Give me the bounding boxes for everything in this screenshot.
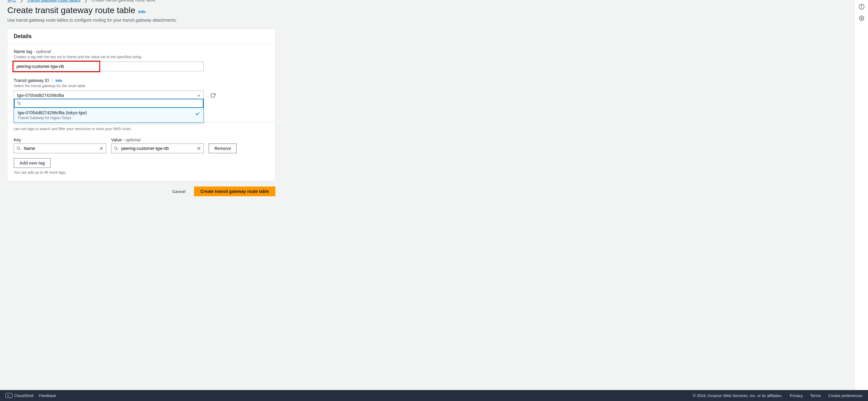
tag-key-input-wrap[interactable] xyxy=(14,144,106,153)
svg-line-1 xyxy=(20,104,21,105)
page-subtitle: Use transit gateway route tables to conf… xyxy=(7,18,456,23)
refresh-icon xyxy=(210,93,216,98)
tgw-id-selected-value: tgw-07054d8274298cf8a xyxy=(17,93,64,98)
info-link-tgw[interactable]: Info xyxy=(56,79,62,83)
svg-marker-13 xyxy=(860,16,863,21)
tag-value-header: Value xyxy=(111,137,122,142)
svg-point-2 xyxy=(17,147,20,149)
tags-limit-text: You can add up to 49 more tags. xyxy=(14,170,269,175)
tgw-id-label: Transit gateway ID xyxy=(14,78,49,83)
svg-line-7 xyxy=(117,149,118,150)
page-title: Create transit gateway route table xyxy=(7,5,135,15)
tag-key-header: Key xyxy=(14,137,106,142)
svg-point-0 xyxy=(18,102,20,104)
refresh-button[interactable] xyxy=(209,92,217,99)
add-new-tag-button[interactable]: Add new tag xyxy=(14,158,51,168)
dropdown-option-description: Transit Gateway for region Tokyo xyxy=(18,116,87,120)
side-icon-rail xyxy=(855,0,868,208)
breadcrumb-current: Create transit gateway route table xyxy=(91,0,155,2)
dropdown-search[interactable] xyxy=(14,99,204,108)
tag-value-input[interactable] xyxy=(121,146,195,151)
tags-help-text: can use tags to search and filter your r… xyxy=(14,127,131,131)
svg-line-3 xyxy=(19,149,20,150)
search-icon xyxy=(114,146,118,150)
search-icon xyxy=(17,101,21,106)
name-tag-label: Name tag xyxy=(14,49,32,54)
tag-value-input-wrap[interactable] xyxy=(111,144,204,153)
info-link-header[interactable]: Info xyxy=(138,9,146,14)
svg-point-14 xyxy=(861,18,862,19)
settings-gear-icon[interactable] xyxy=(859,15,865,21)
remove-tag-button[interactable]: Remove xyxy=(209,144,237,153)
search-icon xyxy=(17,146,21,150)
tags-panel: can use tags to search and filter your r… xyxy=(7,122,275,181)
clear-icon[interactable] xyxy=(197,146,201,150)
svg-point-12 xyxy=(861,5,862,6)
name-tag-optional: - optional xyxy=(32,49,51,54)
check-icon xyxy=(195,112,200,116)
details-panel-title: Details xyxy=(14,33,32,39)
tag-value-optional: - optional xyxy=(122,137,141,142)
details-panel: Details Name tag - optional Creates a ta… xyxy=(7,29,275,122)
breadcrumb-vpc[interactable]: VPC xyxy=(7,0,16,2)
dropdown-option-label: tgw-07054d8274298cf8a (tokyo-tgw) xyxy=(18,110,87,115)
cancel-button[interactable]: Cancel xyxy=(167,187,190,196)
create-button[interactable]: Create transit gateway route table xyxy=(194,187,275,196)
name-tag-help: Creates a tag with the key set to Name a… xyxy=(14,55,269,60)
chevron-right-icon: ❯ xyxy=(84,0,88,2)
breadcrumb: VPC ❯ Transit gateway route tables ❯ Cre… xyxy=(7,0,456,2)
tag-key-input[interactable] xyxy=(23,146,97,151)
tgw-id-dropdown: tgw-07054d8274298cf8a (tokyo-tgw) Transi… xyxy=(14,99,204,123)
chevron-right-icon: ❯ xyxy=(20,0,24,2)
dropdown-option-tokyo-tgw[interactable]: tgw-07054d8274298cf8a (tokyo-tgw) Transi… xyxy=(14,108,204,122)
clear-icon[interactable] xyxy=(99,146,103,150)
action-row: Cancel Create transit gateway route tabl… xyxy=(7,187,275,196)
svg-point-6 xyxy=(115,147,117,149)
tgw-id-help: Select the transit gateway for the route… xyxy=(14,84,269,89)
dropdown-search-input[interactable] xyxy=(24,101,200,106)
breadcrumb-route-tables[interactable]: Transit gateway route tables xyxy=(27,0,81,2)
info-panel-icon[interactable] xyxy=(859,4,865,10)
name-tag-input[interactable] xyxy=(14,62,204,71)
caret-up-icon: ▲ xyxy=(197,93,200,97)
